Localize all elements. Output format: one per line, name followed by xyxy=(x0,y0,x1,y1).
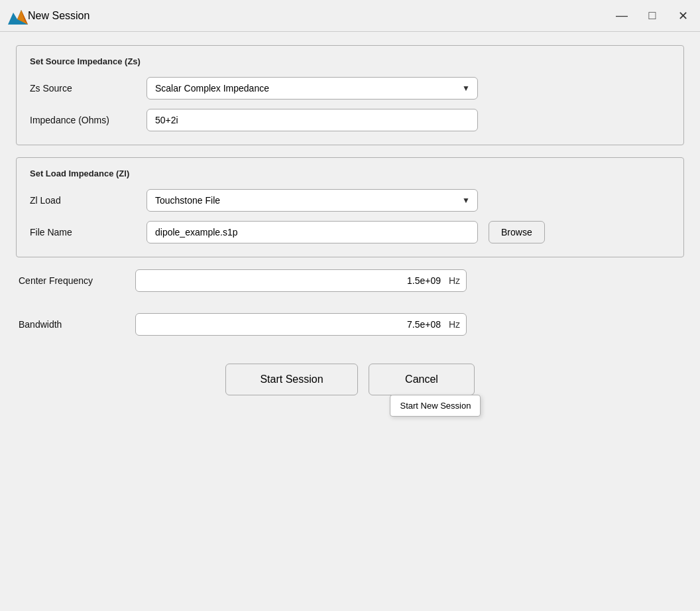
file-name-row: File Name Browse xyxy=(30,221,670,243)
close-button[interactable]: ✕ xyxy=(673,7,692,25)
main-content: Set Source Impedance (Zs) Zs Source Scal… xyxy=(0,32,700,611)
bandwidth-label: Bandwidth xyxy=(19,319,125,330)
title-bar: New Session — □ ✕ xyxy=(0,0,700,32)
zl-load-label: Zl Load xyxy=(30,195,136,206)
center-frequency-input[interactable] xyxy=(135,269,467,292)
zs-source-label: Zs Source xyxy=(30,83,136,94)
maximize-button[interactable]: □ xyxy=(643,7,662,25)
impedance-label: Impedance (Ohms) xyxy=(30,115,136,125)
file-name-label: File Name xyxy=(30,227,136,238)
bandwidth-control: Hz xyxy=(135,313,467,336)
browse-button[interactable]: Browse xyxy=(489,221,545,243)
center-frequency-label: Center Frequency xyxy=(19,275,125,286)
file-name-control xyxy=(146,221,478,243)
matlab-logo-icon xyxy=(8,6,28,26)
zl-load-control: Touchstone File Scalar Complex Impedance… xyxy=(146,189,478,212)
center-frequency-row: Center Frequency Hz xyxy=(16,269,684,292)
minimize-button[interactable]: — xyxy=(612,7,631,25)
source-impedance-title: Set Source Impedance (Zs) xyxy=(30,56,670,66)
load-impedance-title: Set Load Impedance (Zl) xyxy=(30,169,670,178)
bandwidth-input[interactable] xyxy=(135,313,467,336)
zs-source-control: Scalar Complex Impedance Touchstone File… xyxy=(146,77,478,100)
impedance-control xyxy=(146,109,478,131)
main-window: New Session — □ ✕ Set Source Impedance (… xyxy=(0,0,700,611)
zs-source-select[interactable]: Scalar Complex Impedance Touchstone File… xyxy=(146,77,478,100)
impedance-input[interactable] xyxy=(146,109,478,131)
action-buttons-row: Start Session Cancel Start New Session xyxy=(16,357,684,409)
window-controls: — □ ✕ xyxy=(612,7,692,25)
zl-load-select-wrapper: Touchstone File Scalar Complex Impedance… xyxy=(146,189,478,212)
zl-load-row: Zl Load Touchstone File Scalar Complex I… xyxy=(30,189,670,212)
source-impedance-panel: Set Source Impedance (Zs) Zs Source Scal… xyxy=(16,45,684,145)
window-title: New Session xyxy=(28,10,612,22)
bandwidth-row: Bandwidth Hz xyxy=(16,313,684,336)
impedance-row: Impedance (Ohms) xyxy=(30,109,670,131)
start-session-button[interactable]: Start Session xyxy=(225,364,358,395)
zl-load-select[interactable]: Touchstone File Scalar Complex Impedance… xyxy=(146,189,478,212)
load-impedance-panel: Set Load Impedance (Zl) Zl Load Touchsto… xyxy=(16,157,684,257)
zs-source-row: Zs Source Scalar Complex Impedance Touch… xyxy=(30,77,670,100)
center-frequency-control: Hz xyxy=(135,269,467,292)
start-new-session-tooltip: Start New Session xyxy=(390,395,481,417)
zs-source-select-wrapper: Scalar Complex Impedance Touchstone File… xyxy=(146,77,478,100)
cancel-button[interactable]: Cancel xyxy=(369,364,475,395)
file-name-input[interactable] xyxy=(146,221,478,243)
